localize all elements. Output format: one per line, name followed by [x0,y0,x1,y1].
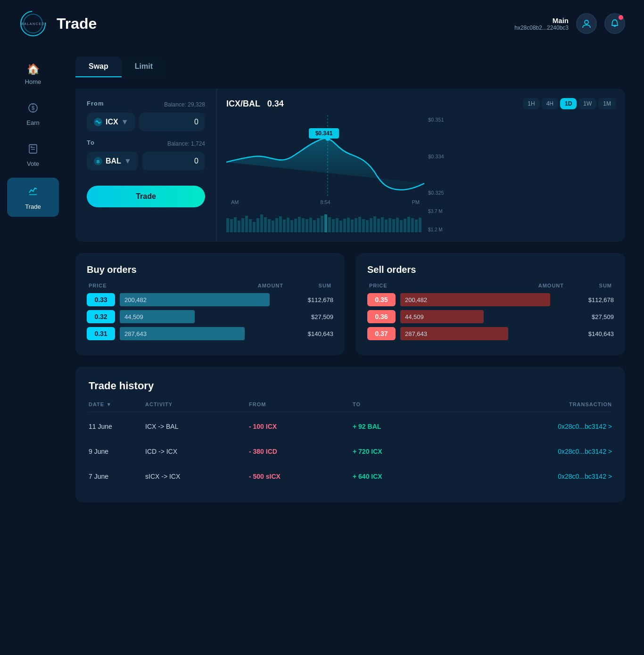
history-date-1: 11 June [89,423,145,430]
svg-rect-65 [404,219,406,232]
tabs-row: Swap Limit [75,57,625,77]
sell-amount-text-1: 200,482 [400,296,427,303]
svg-point-3 [585,20,588,24]
svg-rect-52 [355,218,357,232]
history-activity-3: sICX -> ICX [145,473,249,480]
sell-col-sum: SUM [570,283,612,288]
svg-rect-20 [234,217,237,232]
sell-col-amount: AMOUNT [407,283,570,288]
svg-rect-55 [366,220,369,232]
time-btn-1h[interactable]: 1H [523,98,539,109]
sell-order-row-1: 0.35 200,482 $112,678 [367,293,614,306]
history-row-2: 9 June ICD -> ICX - 380 ICD + 720 ICX 0x… [89,439,612,464]
vote-icon [27,143,39,157]
sell-order-row-2: 0.36 44,509 $27,509 [367,310,614,323]
svg-rect-21 [238,221,240,232]
svg-rect-26 [256,218,259,232]
header-right: Main hx28c08b2...2240bc3 [514,13,625,34]
sidebar-item-label-vote: Vote [27,160,39,167]
header: BALANCED Trade Main hx28c08b2...2240bc3 [0,0,644,47]
buy-amount-bar-3: 287,643 [120,327,286,340]
sell-orders-header: PRICE AMOUNT SUM [367,283,614,288]
svg-rect-6 [29,145,37,153]
time-btn-1m[interactable]: 1M [598,98,616,109]
history-to-1: + 92 BAL [353,423,456,430]
sidebar-item-vote[interactable]: Vote [7,137,59,174]
vol-label-low: $1.2 M [428,227,443,232]
buy-col-sum: SUM [289,283,331,288]
sell-sum-3: $140,643 [571,330,614,337]
sidebar-item-home[interactable]: 🏠 Home [7,57,59,92]
orders-row: Buy orders PRICE AMOUNT SUM 0.33 200,482… [75,253,625,355]
buy-amount-text-3: 287,643 [120,330,147,337]
user-avatar-button[interactable] [576,13,597,34]
history-header-activity: ACTIVITY [145,401,249,407]
x-label-mid: 8:54 [320,199,330,205]
sidebar-item-trade[interactable]: Trade [7,178,59,217]
svg-rect-63 [396,218,399,232]
svg-rect-51 [351,220,354,232]
to-amount-input[interactable] [142,152,205,171]
history-tx-2[interactable]: 0x28c0...bc3142 > [456,448,612,455]
time-buttons: 1H 4H 1D 1W 1M [523,98,616,109]
logo-icon: BALANCED [19,9,47,38]
sell-amount-text-2: 44,509 [400,313,424,320]
to-label: To [87,139,95,146]
sidebar: 🏠 Home $ Earn Vote [0,47,66,613]
from-label: From [87,100,104,107]
history-tx-3[interactable]: 0x28c0...bc3142 > [456,473,612,480]
svg-text:$: $ [32,105,34,111]
svg-rect-56 [370,218,372,232]
tab-swap[interactable]: Swap [75,57,122,77]
history-header-to: TO [353,401,456,407]
svg-rect-23 [245,216,248,232]
history-header-tx: TRANSACTION [456,401,612,407]
buy-amount-text-1: 200,482 [120,296,147,303]
svg-rect-31 [275,218,278,232]
chart-pair: ICX/BAL [226,99,263,108]
history-tx-1[interactable]: 0x28c0...bc3142 > [456,423,612,430]
notification-button[interactable] [604,13,625,34]
sidebar-item-earn[interactable]: $ Earn [7,96,59,133]
to-token-select[interactable]: B BAL ▼ [87,152,138,171]
svg-rect-39 [305,219,308,232]
user-name: Main [514,16,569,25]
svg-text:B: B [97,159,100,164]
sell-price-2: 0.36 [367,310,396,323]
time-btn-1d[interactable]: 1D [560,98,577,109]
sell-orders-card: Sell orders PRICE AMOUNT SUM 0.35 200,48… [356,253,625,355]
trade-button[interactable]: Trade [87,186,205,207]
tab-limit[interactable]: Limit [122,57,166,77]
svg-rect-57 [373,216,376,232]
time-btn-1w[interactable]: 1W [578,98,596,109]
user-address: hx28c08b2...2240bc3 [514,25,569,31]
svg-rect-68 [415,220,418,232]
main-layout: 🏠 Home $ Earn Vote [0,47,644,613]
buy-amount-bar-1: 200,482 [120,293,286,306]
history-date-2: 9 June [89,448,145,455]
earn-icon: $ [27,102,39,116]
svg-rect-59 [381,217,384,232]
buy-order-row-3: 0.31 287,643 $140,643 [87,327,333,340]
chart-pair-price: ICX/BAL 0.34 [226,99,284,109]
svg-rect-46 [332,219,335,232]
from-token-row: ICX ▼ [87,113,205,131]
svg-text:BALANCED: BALANCED [21,22,45,25]
y-label-mid: $0.334 [428,154,444,159]
svg-rect-40 [309,218,312,232]
sort-arrow-icon[interactable]: ▼ [106,401,112,407]
trade-card: From Balance: 29,328 ICX ▼ To [75,89,625,242]
history-from-3: - 500 sICX [249,473,353,480]
time-btn-4h[interactable]: 4H [542,98,558,109]
svg-rect-58 [377,219,380,232]
buy-sum-3: $140,643 [291,330,333,337]
buy-orders-card: Buy orders PRICE AMOUNT SUM 0.33 200,482… [75,253,345,355]
sidebar-item-label-earn: Earn [26,119,39,126]
svg-rect-43 [321,216,323,232]
from-amount-input[interactable] [139,113,205,131]
svg-rect-54 [362,219,365,232]
svg-rect-35 [290,220,293,232]
from-token-select[interactable]: ICX ▼ [87,113,135,131]
svg-rect-19 [230,219,233,232]
sell-price-3: 0.37 [367,327,396,340]
